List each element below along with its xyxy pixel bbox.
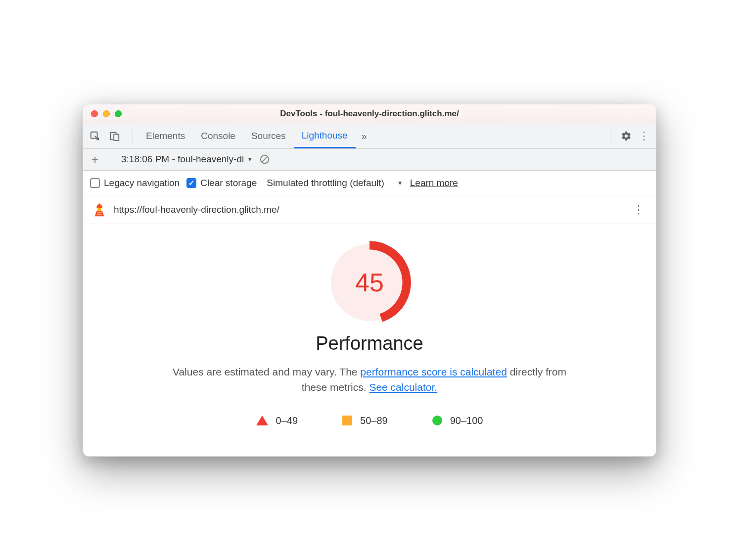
svg-line-4 bbox=[262, 157, 268, 162]
clear-storage-label: Clear storage bbox=[200, 178, 257, 188]
legend-avg-label: 50–89 bbox=[360, 415, 388, 426]
square-icon bbox=[342, 416, 352, 425]
devtools-window: DevTools - foul-heavenly-direction.glitc… bbox=[83, 104, 656, 457]
device-toolbar-icon[interactable] bbox=[108, 129, 122, 143]
devtools-tabs: Elements Console Sources Lighthouse » ⋮ bbox=[83, 124, 656, 149]
report-menu-icon[interactable]: ⋮ bbox=[630, 203, 647, 216]
close-window-button[interactable] bbox=[91, 110, 98, 117]
tab-sources[interactable]: Sources bbox=[243, 124, 294, 148]
report-selector-label: 3:18:06 PM - foul-heavenly-di bbox=[121, 154, 244, 165]
separator bbox=[133, 130, 133, 142]
performance-score: 45 bbox=[331, 244, 408, 321]
legacy-navigation-checkbox[interactable] bbox=[90, 178, 100, 188]
throttling-selector[interactable]: Simulated throttling (default) ▼ bbox=[267, 178, 403, 188]
separator bbox=[111, 153, 111, 166]
circle-icon bbox=[432, 416, 442, 425]
settings-gear-icon[interactable] bbox=[619, 129, 633, 143]
performance-gauge[interactable]: 45 bbox=[103, 244, 636, 321]
legend-pass: 90–100 bbox=[432, 415, 483, 426]
lighthouse-report: 45 Performance Values are estimated and … bbox=[83, 224, 656, 456]
tabs-overflow-icon[interactable]: » bbox=[356, 131, 373, 142]
see-calculator-link[interactable]: See calculator. bbox=[369, 381, 437, 393]
titlebar: DevTools - foul-heavenly-direction.glitc… bbox=[83, 104, 656, 124]
performance-title: Performance bbox=[103, 333, 636, 354]
tabs-right-controls: ⋮ bbox=[605, 129, 651, 143]
new-report-button[interactable]: ＋ bbox=[89, 151, 101, 167]
lighthouse-logo-icon bbox=[92, 202, 107, 217]
chevron-down-icon: ▼ bbox=[247, 156, 253, 163]
tab-elements[interactable]: Elements bbox=[138, 124, 193, 148]
clear-storage-checkbox[interactable] bbox=[186, 178, 196, 188]
legend-fail: 0–49 bbox=[256, 415, 298, 426]
lighthouse-subbar: ＋ 3:18:06 PM - foul-heavenly-di ▼ bbox=[83, 149, 656, 171]
clear-storage-option: Clear storage bbox=[186, 178, 257, 188]
more-menu-icon[interactable]: ⋮ bbox=[637, 129, 651, 143]
legacy-navigation-label: Legacy navigation bbox=[104, 178, 180, 188]
svg-rect-2 bbox=[114, 134, 119, 140]
triangle-icon bbox=[256, 416, 268, 425]
chevron-down-icon: ▼ bbox=[397, 180, 403, 187]
report-selector[interactable]: 3:18:06 PM - foul-heavenly-di ▼ bbox=[121, 154, 253, 165]
tabs-left-controls bbox=[88, 129, 138, 143]
legend-average: 50–89 bbox=[342, 415, 388, 426]
report-url: https://foul-heavenly-direction.glitch.m… bbox=[114, 204, 623, 215]
performance-description: Values are estimated and may vary. The p… bbox=[167, 364, 572, 395]
minimize-window-button[interactable] bbox=[103, 110, 110, 117]
tab-console[interactable]: Console bbox=[193, 124, 243, 148]
legacy-navigation-option: Legacy navigation bbox=[90, 178, 180, 188]
learn-more-link[interactable]: Learn more bbox=[410, 178, 458, 188]
score-legend: 0–49 50–89 90–100 bbox=[103, 415, 636, 426]
lighthouse-options-bar: Legacy navigation Clear storage Simulate… bbox=[83, 171, 656, 196]
report-url-row: https://foul-heavenly-direction.glitch.m… bbox=[83, 196, 656, 224]
score-calculated-link[interactable]: performance score is calculated bbox=[360, 366, 507, 377]
separator bbox=[610, 130, 610, 142]
legend-fail-label: 0–49 bbox=[276, 415, 298, 426]
svg-rect-5 bbox=[97, 208, 101, 211]
clear-icon[interactable] bbox=[258, 152, 272, 166]
traffic-lights bbox=[91, 110, 122, 117]
desc-text-1: Values are estimated and may vary. The bbox=[173, 366, 360, 377]
window-title: DevTools - foul-heavenly-direction.glitc… bbox=[83, 109, 656, 119]
legend-pass-label: 90–100 bbox=[450, 415, 483, 426]
throttling-label: Simulated throttling (default) bbox=[267, 178, 384, 188]
inspect-element-icon[interactable] bbox=[88, 129, 102, 143]
zoom-window-button[interactable] bbox=[115, 110, 122, 117]
tab-lighthouse[interactable]: Lighthouse bbox=[294, 124, 356, 148]
